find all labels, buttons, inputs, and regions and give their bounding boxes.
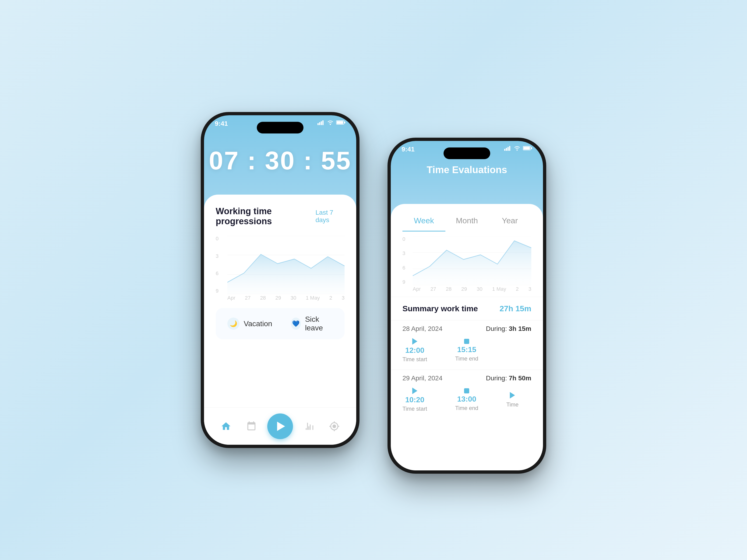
x-label: 28 (260, 295, 266, 301)
chart-1: 9 6 3 0 (216, 236, 344, 301)
during-value-2: 7h 50m (509, 374, 532, 382)
time-end-value-1: 15:15 (457, 345, 476, 354)
x-label: 27 (245, 295, 251, 301)
tab-week[interactable]: Week (403, 212, 445, 232)
chart-y-labels-2: 9 6 3 0 (403, 236, 411, 285)
time-start-col-2: 10:20 Time start (403, 388, 427, 412)
nav-settings[interactable] (325, 417, 344, 436)
nav-calendar[interactable] (242, 417, 261, 436)
time-extra-label-2: Time (506, 401, 518, 408)
phone-1-screen: 9:41 (204, 115, 356, 445)
svg-rect-13 (506, 148, 507, 151)
vacation-label: Vacation (244, 319, 272, 328)
y-label: 0 (216, 236, 225, 242)
y-label-2: 3 (403, 250, 411, 257)
svg-rect-12 (504, 149, 506, 151)
wifi-icon (327, 120, 334, 125)
time-extra-col-2: Time (506, 392, 518, 408)
during-text-1: During: 3h 15m (486, 325, 531, 332)
date-entry-1: 28 April, 2024 During: 3h 15m 12:00 Time… (391, 320, 543, 370)
x-label-2: 29 (461, 286, 467, 292)
time-start-col-1: 12:00 Time start (403, 338, 427, 363)
svg-rect-7 (337, 121, 343, 124)
y-label: 9 (216, 288, 225, 294)
svg-rect-6 (344, 122, 345, 124)
sick-icon: 💙 (291, 318, 301, 330)
play-icon (277, 422, 285, 431)
phone2-title: Time Evaluations (391, 164, 543, 176)
x-label-2: Apr (413, 286, 421, 292)
legend-vacation: 🌙 Vacation (227, 315, 272, 332)
date-text-1: 28 April, 2024 (403, 325, 442, 332)
play-dot-2 (412, 388, 417, 394)
y-label: 6 (216, 270, 225, 276)
time-end-value-2: 13:00 (457, 395, 476, 403)
time-end-col-2: 13:00 Time end (455, 388, 478, 411)
chart-legend-1: 🌙 Vacation 💙 Sick leave (216, 308, 344, 339)
svg-point-16 (517, 150, 518, 151)
calendar-icon (246, 421, 257, 432)
x-label-2: 3 (529, 286, 531, 292)
svg-rect-18 (531, 147, 532, 149)
x-label: Apr (227, 295, 235, 301)
x-label-2: 30 (477, 286, 482, 292)
time-end-label-1: Time end (455, 355, 478, 362)
svg-rect-2 (321, 121, 322, 125)
x-label: 30 (291, 295, 296, 301)
date-entry-2: 29 April, 2024 During: 7h 50m 10:20 Time… (391, 370, 543, 419)
y-label-2: 0 (403, 236, 411, 242)
legend-sick: 💙 Sick leave (291, 315, 333, 332)
svg-rect-3 (323, 121, 324, 125)
phone2-bg: 9:41 (391, 141, 543, 471)
svg-point-4 (330, 124, 331, 125)
stop-dot-1 (464, 339, 469, 344)
signal-icon (317, 120, 325, 125)
x-label-2: 2 (516, 286, 519, 292)
summary-value: 27h 15m (499, 304, 531, 313)
card-header-1: Working time progressions Last 7 days (216, 206, 344, 226)
phone1-bg: 9:41 (204, 115, 356, 445)
time-start-label-1: Time start (403, 356, 427, 363)
y-label-2: 9 (403, 279, 411, 285)
tab-month[interactable]: Month (445, 212, 488, 232)
phone-2: 9:41 (387, 138, 546, 474)
svg-rect-19 (523, 147, 530, 150)
nav-home[interactable] (216, 417, 235, 436)
x-label: 1 May (306, 295, 320, 301)
x-label: 2 (329, 295, 332, 301)
play-dot-1 (412, 338, 417, 345)
date-text-2: 29 April, 2024 (403, 374, 442, 382)
status-time-2: 9:41 (402, 145, 415, 153)
chart-2: 9 6 3 0 (391, 232, 543, 297)
during-value-1: 3h 15m (509, 325, 532, 332)
chart-x-labels-1: Apr 27 28 29 30 1 May 2 3 (227, 295, 344, 301)
summary-label: Summary work time (403, 304, 478, 313)
time-end-label-2: Time end (455, 405, 478, 411)
y-label-2: 6 (403, 265, 411, 271)
time-end-col-1: 15:15 Time end (455, 339, 478, 362)
dynamic-island-2 (443, 148, 490, 159)
svg-rect-0 (317, 123, 319, 125)
play-dot-3 (510, 392, 515, 399)
time-start-value-1: 12:00 (405, 346, 424, 355)
time-start-value-2: 10:20 (405, 396, 424, 404)
battery-icon (336, 120, 345, 125)
y-label: 3 (216, 253, 225, 259)
home-icon (221, 421, 231, 432)
status-icons-2 (504, 145, 532, 151)
chart-svg-area-1 (227, 236, 344, 294)
x-label-2: 28 (446, 286, 452, 292)
time-row-2: 10:20 Time start 13:00 Time end (403, 388, 531, 412)
nav-stats[interactable] (300, 417, 318, 436)
phone-2-screen: 9:41 (391, 141, 543, 471)
status-time-1: 9:41 (215, 120, 228, 127)
vacation-icon: 🌙 (227, 318, 239, 330)
time-start-label-2: Time start (403, 405, 427, 412)
during-label-2: During: (486, 374, 507, 382)
date-row-1: 28 April, 2024 During: 3h 15m (403, 325, 531, 332)
play-button[interactable] (267, 414, 293, 439)
tabs-container: Week Month Year (391, 204, 543, 232)
svg-rect-1 (319, 122, 320, 125)
tab-year[interactable]: Year (488, 212, 531, 232)
stop-dot-2 (464, 388, 469, 393)
